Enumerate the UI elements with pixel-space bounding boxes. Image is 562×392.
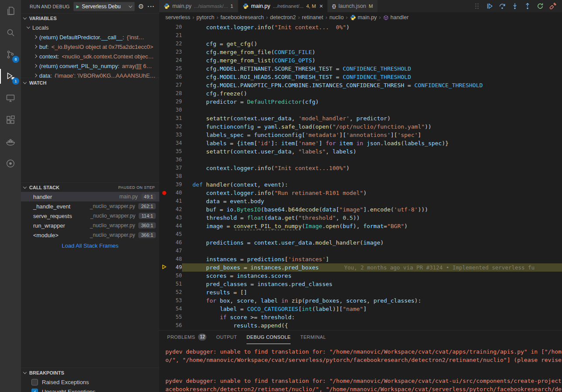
breakpoint-margin[interactable] [159,56,169,65]
disconnect-icon[interactable] [549,2,557,10]
line-number[interactable]: 26 [169,73,182,81]
breakpoint-margin[interactable] [159,222,169,230]
code-line-content[interactable]: label = COCO_CATEGORIES[int(label)]["nam… [182,305,562,313]
docker-activity-button[interactable] [0,131,21,153]
code-line-content[interactable]: def handler(context, event): [182,181,562,189]
code-line-content[interactable]: pred_classes = instances.pred_classes [182,280,562,288]
line-number[interactable]: 36 [169,156,182,164]
line-number[interactable]: 20 [169,23,182,31]
breakpoint-margin[interactable] [159,89,169,98]
line-number[interactable]: 49 [169,263,182,272]
code-line-content[interactable]: predictions = context.user_data.model_ha… [182,239,562,247]
line-number[interactable]: 42 [169,205,182,214]
close-icon[interactable]: × [319,3,323,10]
start-debugging-icon[interactable]: ▶ [76,4,79,9]
breakpoint-margin[interactable] [159,239,169,247]
continue-icon[interactable] [486,2,493,10]
breakpoint-margin[interactable] [159,280,169,288]
breadcrumb-item[interactable]: facebookresearch [220,14,264,20]
code-line-content[interactable] [182,230,562,239]
breakpoint-margin[interactable] [159,214,169,222]
line-number[interactable]: 48 [169,255,182,263]
code-line-content[interactable]: scores = instances.scores [182,272,562,280]
breakpoint-margin[interactable] [159,181,169,189]
breakpoint-row[interactable]: Raised Exceptions [21,377,159,387]
stack-frame-row[interactable]: handlermain.py49:1 [21,192,159,201]
load-all-stack-frames-link[interactable]: Load All Stack Frames [21,240,159,251]
editor-tab[interactable]: main.py.../retinanet/...4, M× [238,0,328,12]
variables-section-header[interactable]: VARIABLES [21,13,159,23]
line-number[interactable]: 41 [169,197,182,205]
breakpoint-margin[interactable] [159,31,169,40]
line-number[interactable]: 22 [169,40,182,48]
breadcrumb-item[interactable]: detectron2 [270,14,296,20]
panel-tab-debug-console[interactable]: DEBUG CONSOLE [247,331,291,344]
step-over-icon[interactable] [498,2,506,10]
line-number[interactable]: 56 [169,321,182,330]
code-line-content[interactable]: cfg.merge_from_list(CONFIG_OPTS) [182,56,562,65]
breadcrumb-item[interactable]: main.py [350,14,377,20]
code-line-content[interactable]: if score >= threshold: [182,313,562,321]
code-line-content[interactable]: predictor = DefaultPredictor(cfg) [182,98,562,106]
extensions-activity-button[interactable] [0,109,21,131]
stack-frame-row[interactable]: <module>_nuclio_wrapper.py366:1 [21,230,159,240]
line-number[interactable]: 45 [169,230,182,239]
line-number[interactable]: 43 [169,214,182,222]
editor-tab[interactable]: {}launch.jsonM [328,0,377,12]
breakpoint-checkbox[interactable] [31,379,38,385]
breadcrumb-item[interactable]: nuclio [329,14,344,20]
code-line-content[interactable]: for box, score, label in zip(pred_boxes,… [182,297,562,305]
breakpoint-margin[interactable] [159,313,169,321]
panel-tab-output[interactable]: OUTPUT [216,331,237,344]
source-control-activity-button[interactable]: 8 [0,44,21,65]
line-number[interactable]: 29 [169,98,182,106]
code-line-content[interactable] [182,31,562,40]
line-number[interactable]: 34 [169,139,182,147]
line-number[interactable]: 28 [169,89,182,98]
panel-tab-terminal[interactable]: TERMINAL [300,331,326,344]
breakpoint-row[interactable]: ✓Uncaught Exceptions [21,387,159,392]
breakpoint-margin[interactable] [159,23,169,31]
code-line-content[interactable] [182,172,562,181]
editor-tab[interactable]: main.py.../siammask/...1 [159,0,238,12]
code-line-content[interactable]: context.logger.info("Run retinanet-R101 … [182,189,562,197]
debug-config-dropdown[interactable]: ▶ Serverless Debu [73,2,135,11]
breakpoint-margin[interactable] [159,114,169,123]
call-stack-section-header[interactable]: CALL STACK PAUSED ON STEP [21,182,159,192]
breakpoint-margin[interactable] [159,65,169,73]
code-line-content[interactable]: setattr(context.user_data, "labels", lab… [182,147,562,156]
line-number[interactable]: 54 [169,305,182,313]
code-line-content[interactable]: context.logger.info("Init context...100%… [182,164,562,172]
line-number[interactable]: 52 [169,288,182,297]
breakpoint-margin[interactable] [159,321,169,330]
code-line-content[interactable] [182,156,562,164]
circle-tool-activity-button[interactable] [0,153,21,174]
watch-section-header[interactable]: WATCH [21,78,159,87]
breakpoint-margin[interactable] [159,106,169,114]
line-number[interactable]: 21 [169,31,182,40]
stack-frame-row[interactable]: run_wrapper_nuclio_wrapper.py360:1 [21,221,159,230]
gear-icon[interactable]: ⚙ [138,3,144,10]
line-number[interactable]: 35 [169,147,182,156]
debug-console-output[interactable]: pydev debugger: unable to find translati… [159,344,562,392]
code-line-content[interactable]: results = [] [182,288,562,297]
breadcrumb-item[interactable]: retinanet [302,14,323,20]
variable-row[interactable]: context: <nuclio_sdk.context.Context obj… [21,51,159,61]
breakpoint-margin[interactable] [159,197,169,205]
more-actions-icon[interactable]: ··· [147,3,155,10]
breadcrumb-item[interactable]: serverless [165,14,190,20]
breakpoint-margin[interactable] [159,139,169,147]
line-number[interactable]: 23 [169,48,182,56]
line-number[interactable]: 30 [169,106,182,114]
breakpoint-margin[interactable] [159,305,169,313]
variable-row[interactable]: (return) DefaultPredictor.__call__: {'in… [21,32,159,42]
line-number[interactable]: 53 [169,297,182,305]
breakpoint-margin[interactable] [159,189,169,197]
code-line-content[interactable]: image = convert_PIL_to_numpy(Image.open(… [182,222,562,230]
line-number[interactable]: 50 [169,272,182,280]
line-number[interactable]: 27 [169,81,182,89]
line-number[interactable]: 24 [169,56,182,65]
breadcrumb-item[interactable]: pytorch [196,14,214,20]
breakpoint-margin[interactable] [159,73,169,81]
line-number[interactable]: 25 [169,65,182,73]
